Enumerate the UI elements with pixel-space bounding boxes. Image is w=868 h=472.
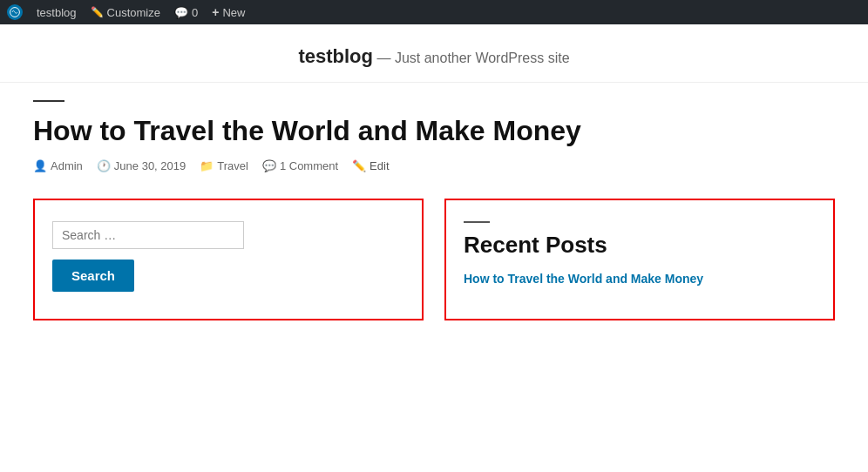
admin-bar-site[interactable]: testblog xyxy=(37,6,77,19)
article-title: How to Travel the World and Make Money xyxy=(33,114,835,147)
admin-bar-comments[interactable]: 💬 0 xyxy=(174,6,198,19)
admin-bar-new[interactable]: + New xyxy=(212,5,245,19)
article-divider xyxy=(33,100,64,102)
site-title[interactable]: testblog xyxy=(298,45,373,67)
admin-bar: testblog ✏️ Customize 💬 0 + New xyxy=(0,0,868,24)
article-meta: 👤 Admin 🕐 June 30, 2019 📁 Travel 💬 1 Com… xyxy=(33,159,835,172)
recent-posts-title: Recent Posts xyxy=(464,232,816,259)
clock-icon: 🕐 xyxy=(97,159,111,172)
edit-icon: ✏️ xyxy=(352,159,366,172)
meta-comments[interactable]: 💬 1 Comment xyxy=(262,159,338,172)
admin-bar-customize[interactable]: ✏️ Customize xyxy=(91,6,160,19)
wp-logo-icon xyxy=(7,4,23,20)
article-section: How to Travel the World and Make Money 👤… xyxy=(33,100,835,172)
search-input[interactable] xyxy=(52,221,244,249)
recent-posts-widget: Recent Posts How to Travel the World and… xyxy=(444,199,835,320)
site-header: testblog — Just another WordPress site xyxy=(0,24,868,83)
pencil-icon: ✏️ xyxy=(91,6,104,18)
author-icon: 👤 xyxy=(33,159,47,172)
search-button[interactable]: Search xyxy=(52,260,134,292)
meta-author: 👤 Admin xyxy=(33,159,83,172)
meta-date: 🕐 June 30, 2019 xyxy=(97,159,186,172)
widgets-row: Search Recent Posts How to Travel the Wo… xyxy=(33,199,835,320)
plus-icon: + xyxy=(212,5,219,19)
folder-icon: 📁 xyxy=(200,159,214,172)
recent-post-link[interactable]: How to Travel the World and Make Money xyxy=(464,272,703,286)
site-tagline: — Just another WordPress site xyxy=(376,51,569,65)
meta-category[interactable]: 📁 Travel xyxy=(200,159,248,172)
admin-bar-site-label: testblog xyxy=(37,6,77,19)
recent-posts-divider xyxy=(464,221,490,223)
search-widget: Search xyxy=(33,199,424,320)
comment-bubble-icon: 💬 xyxy=(262,159,276,172)
comment-icon: 💬 xyxy=(174,6,188,19)
main-content: How to Travel the World and Make Money 👤… xyxy=(16,83,852,338)
meta-edit[interactable]: ✏️ Edit xyxy=(352,159,389,172)
admin-bar-wp-logo[interactable] xyxy=(7,4,23,20)
